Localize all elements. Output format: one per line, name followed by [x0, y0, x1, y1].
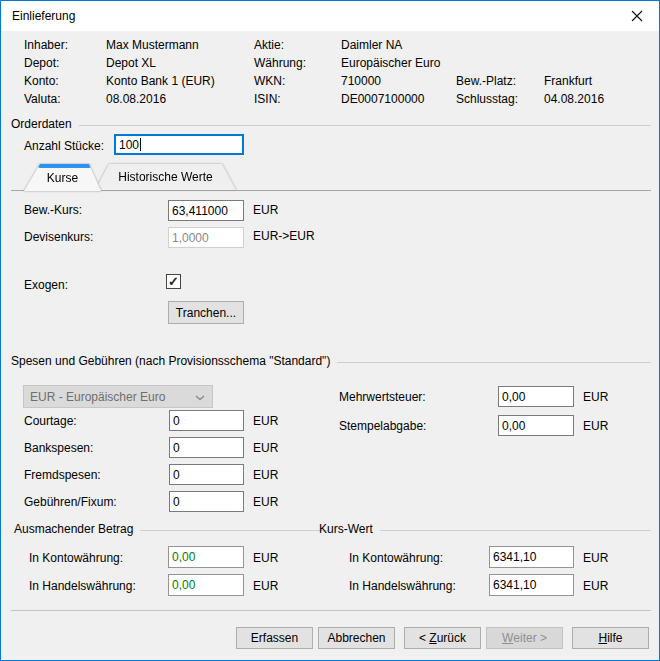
ausmachender-betrag-group-header: Ausmachender Betrag	[14, 522, 329, 536]
hilfe-button[interactable]: Hilfe	[572, 627, 649, 649]
tab-strip-baseline	[11, 190, 651, 191]
group-divider-line	[79, 125, 651, 126]
courtage-input[interactable]: 0	[169, 410, 244, 431]
zurueck-label-pre: <	[419, 631, 429, 645]
ab-kontowaehrung-field: 0,00	[168, 546, 244, 568]
weiter-button: Weiter >	[486, 627, 563, 649]
aktie-label: Aktie:	[254, 38, 284, 53]
kurs-wert-group-label: Kurs-Wert	[319, 522, 373, 536]
currency-select: EUR - Europäischer Euro	[23, 385, 213, 408]
tab-historische-werte-label: Historische Werte	[118, 170, 212, 184]
kw-kontowaehrung-value: 6341,10	[493, 550, 536, 564]
group-divider-line	[337, 362, 651, 363]
exogen-label: Exogen:	[24, 278, 68, 293]
ab-kontowaehrung-value: 0,00	[172, 550, 195, 564]
kurs-wert-group-header: Kurs-Wert	[319, 522, 651, 536]
close-button[interactable]	[614, 1, 659, 31]
weiter-label-post: eiter >	[513, 631, 547, 645]
gebuehren-fixum-value: 0	[173, 495, 180, 509]
valuta-label: Valuta:	[24, 92, 60, 107]
devisenkurs-unit: EUR->EUR	[253, 229, 315, 244]
mehrwertsteuer-input[interactable]: 0,00	[498, 386, 574, 407]
devisenkurs-value: 1,0000	[172, 231, 209, 245]
bankspesen-input[interactable]: 0	[169, 437, 244, 458]
courtage-value: 0	[173, 414, 180, 428]
ab-handelswaehrung-value: 0,00	[172, 578, 195, 592]
ab-handelswaehrung-unit: EUR	[253, 579, 278, 594]
bew-platz-label: Bew.-Platz:	[456, 74, 516, 89]
abbrechen-button[interactable]: Abbrechen	[318, 627, 395, 649]
inhaber-value: Max Mustermann	[106, 38, 199, 53]
inhaber-label: Inhaber:	[24, 38, 68, 53]
bankspesen-label: Bankspesen:	[24, 441, 93, 456]
tab-historische-werte[interactable]: Historische Werte	[95, 164, 236, 190]
devisenkurs-input: 1,0000	[168, 227, 244, 248]
anzahl-stuecke-input[interactable]: 100	[114, 134, 244, 155]
kw-handelswaehrung-unit: EUR	[583, 579, 608, 594]
valuta-value: 08.08.2016	[106, 92, 166, 107]
wkn-label: WKN:	[254, 74, 285, 89]
courtage-label: Courtage:	[24, 414, 77, 429]
isin-label: ISIN:	[254, 92, 281, 107]
gebuehren-fixum-unit: EUR	[253, 495, 278, 510]
ab-handelswaehrung-field: 0,00	[168, 574, 244, 596]
bew-platz-value: Frankfurt	[544, 74, 592, 89]
kw-handelswaehrung-field: 6341,10	[489, 574, 574, 596]
kw-handelswaehrung-label: In Handelswährung:	[349, 579, 456, 594]
stempelabgabe-input[interactable]: 0,00	[498, 415, 574, 436]
depot-label: Depot:	[24, 56, 59, 71]
ab-kontowaehrung-unit: EUR	[253, 551, 278, 566]
text-cursor	[140, 138, 141, 151]
bankspesen-unit: EUR	[253, 441, 278, 456]
bew-kurs-input[interactable]: 63,411000	[168, 200, 244, 221]
schlusstag-label: Schlusstag:	[456, 92, 518, 107]
orderdaten-group-header: Orderdaten	[11, 117, 651, 131]
group-divider-line	[140, 530, 329, 531]
mehrwertsteuer-label: Mehrwertsteuer:	[339, 390, 426, 405]
stempelabgabe-unit: EUR	[583, 419, 608, 434]
waehrung-label: Währung:	[254, 56, 306, 71]
title-bar: Einlieferung	[1, 1, 659, 31]
zurueck-button[interactable]: < Zurück	[404, 627, 481, 649]
kw-kontowaehrung-label: In Kontowährung:	[349, 551, 443, 566]
waehrung-value: Europäischer Euro	[341, 56, 440, 71]
kw-kontowaehrung-unit: EUR	[583, 551, 608, 566]
zurueck-label-key: Z	[429, 631, 436, 645]
wkn-value: 710000	[341, 74, 381, 89]
tab-kurse[interactable]: Kurse	[24, 164, 101, 191]
stempelabgabe-value: 0,00	[502, 419, 525, 433]
ab-kontowaehrung-label: In Kontowährung:	[29, 551, 123, 566]
hilfe-label-post: ilfe	[607, 631, 622, 645]
spesen-group-header: Spesen und Gebühren (nach Provisionssche…	[11, 354, 651, 368]
spesen-group-label: Spesen und Gebühren (nach Provisionssche…	[11, 354, 330, 368]
fremdspesen-input[interactable]: 0	[169, 464, 244, 485]
tranchen-button[interactable]: Tranchen...	[168, 301, 244, 324]
schlusstag-value: 04.08.2016	[544, 92, 604, 107]
chevron-down-icon	[195, 395, 205, 401]
gebuehren-fixum-input[interactable]: 0	[169, 491, 244, 512]
erfassen-button[interactable]: Erfassen	[236, 627, 313, 649]
bew-kurs-unit: EUR	[253, 203, 278, 218]
gebuehren-fixum-label: Gebühren/Fixum:	[24, 495, 117, 510]
courtage-unit: EUR	[253, 414, 278, 429]
bew-kurs-label: Bew.-Kurs:	[24, 203, 82, 218]
konto-label: Konto:	[24, 74, 59, 89]
kw-handelswaehrung-value: 6341,10	[493, 578, 536, 592]
kw-kontowaehrung-field: 6341,10	[489, 546, 574, 568]
mehrwertsteuer-value: 0,00	[502, 390, 525, 404]
mehrwertsteuer-unit: EUR	[583, 390, 608, 405]
group-divider-line	[380, 530, 651, 531]
tab-kurse-shape: Kurse	[24, 164, 101, 191]
zurueck-label-post: urück	[437, 631, 466, 645]
ausmachender-betrag-group-label: Ausmachender Betrag	[14, 522, 133, 536]
fremdspesen-label: Fremdspesen:	[24, 468, 101, 483]
konto-value: Konto Bank 1 (EUR)	[106, 74, 215, 89]
exogen-checkbox[interactable]: ✓	[166, 274, 181, 289]
devisenkurs-label: Devisenkurs:	[24, 230, 93, 245]
depot-value: Depot XL	[106, 56, 156, 71]
einlieferung-dialog: Einlieferung Inhaber: Max Mustermann Akt…	[0, 0, 660, 661]
orderdaten-group-label: Orderdaten	[11, 117, 72, 131]
check-icon: ✓	[168, 275, 179, 288]
fremdspesen-unit: EUR	[253, 468, 278, 483]
hilfe-label-key: H	[598, 631, 607, 645]
